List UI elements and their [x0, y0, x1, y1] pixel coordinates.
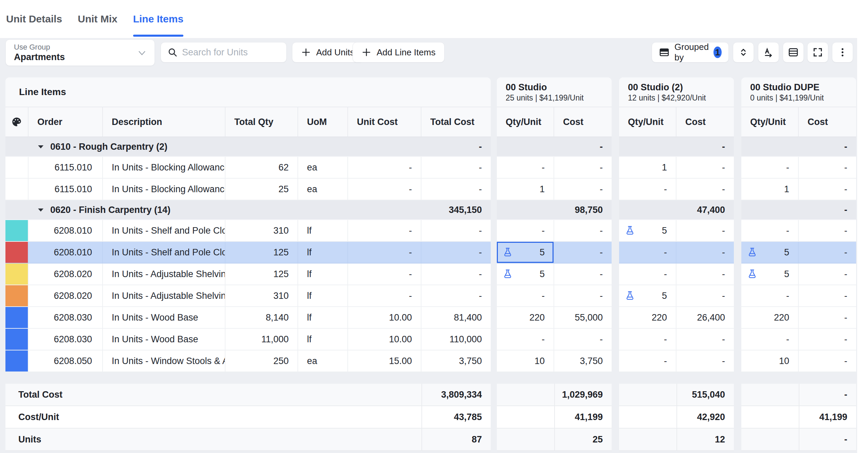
unit-group-header[interactable]: 00 Studio (2)12 units | $42,920/Unit	[619, 77, 734, 107]
cell-cost[interactable]: -	[554, 285, 612, 306]
color-swatch[interactable]	[5, 329, 29, 350]
color-swatch[interactable]	[5, 242, 29, 263]
cell-cost[interactable]: -	[554, 157, 612, 178]
cell-order[interactable]: 6208.030	[29, 307, 103, 328]
cell-qty-per-unit[interactable]: -	[619, 242, 676, 263]
cell-description[interactable]: In Units - Shelf and Pole Closet	[103, 220, 225, 241]
color-swatch[interactable]	[5, 307, 29, 328]
cell-uom[interactable]: lf	[298, 307, 348, 328]
table-row[interactable]: 6115.010In Units - Blocking Allowance62e…	[5, 157, 491, 179]
cell-cost[interactable]: -	[676, 329, 734, 350]
cell-qty-per-unit[interactable]: 10	[497, 350, 554, 372]
cell-total-qty[interactable]: 125	[225, 264, 298, 285]
cell-cost[interactable]: -	[554, 264, 612, 285]
cell-qty-per-unit[interactable]: -	[619, 329, 676, 350]
cell-cost[interactable]: -	[676, 220, 734, 241]
cell-order[interactable]: 6208.030	[29, 329, 103, 350]
table-row[interactable]: 1-	[497, 179, 612, 200]
cell-qty-per-unit[interactable]: -	[619, 264, 676, 285]
table-row[interactable]: 103,750	[497, 350, 612, 372]
cell-cost[interactable]: -	[676, 264, 734, 285]
cell-cost[interactable]: -	[676, 285, 734, 306]
cell-description[interactable]: In Units - Blocking Allowance	[103, 157, 225, 178]
table-row[interactable]: --	[497, 220, 612, 242]
cell-total-qty[interactable]: 11,000	[225, 329, 298, 350]
table-row[interactable]: 6208.030In Units - Wood Base11,000lf10.0…	[5, 329, 491, 350]
cell-uom[interactable]: lf	[298, 285, 348, 306]
table-row[interactable]: --	[619, 329, 734, 350]
cell-total-qty[interactable]: 62	[225, 157, 298, 178]
table-row[interactable]: --	[619, 242, 734, 264]
caret-down-icon[interactable]	[37, 144, 44, 149]
table-row[interactable]: 5-	[619, 220, 734, 242]
cell-qty-per-unit[interactable]: 1	[497, 179, 554, 200]
cell-uom[interactable]: lf	[298, 329, 348, 350]
cell-cost[interactable]: -	[554, 179, 612, 200]
cell-total-qty[interactable]: 250	[225, 350, 298, 372]
color-swatch[interactable]	[5, 157, 29, 178]
cell-qty-per-unit[interactable]: -	[497, 157, 554, 178]
cell-qty-per-unit[interactable]: -	[497, 285, 554, 306]
cell-qty-per-unit[interactable]: 10	[741, 350, 799, 372]
cell-qty-per-unit[interactable]: -	[741, 157, 799, 178]
cell-cost[interactable]: -	[676, 350, 734, 372]
cell-cost[interactable]: -	[799, 329, 856, 350]
unit-group-header[interactable]: 00 Studio25 units | $41,199/Unit	[497, 77, 612, 107]
cell-uom[interactable]: lf	[298, 242, 348, 263]
search-input[interactable]	[182, 47, 277, 58]
color-swatch[interactable]	[5, 285, 29, 306]
cell-total-cost[interactable]: 81,400	[421, 307, 491, 328]
cell-cost[interactable]: -	[676, 179, 734, 200]
cell-description[interactable]: In Units - Blocking Allowance	[103, 179, 225, 200]
cell-description[interactable]: In Units - Wood Base	[103, 307, 225, 328]
color-swatch[interactable]	[5, 179, 29, 200]
cell-description[interactable]: In Units - Shelf and Pole Closet	[103, 242, 225, 263]
cell-cost[interactable]: -	[676, 242, 734, 263]
cell-description[interactable]: In Units - Wood Base	[103, 329, 225, 350]
group-row[interactable]: -	[497, 137, 612, 157]
cell-total-cost[interactable]: -	[421, 285, 491, 306]
table-row[interactable]: 1-	[741, 179, 856, 200]
cell-total-qty[interactable]: 310	[225, 220, 298, 241]
cell-uom[interactable]: ea	[298, 157, 348, 178]
cell-qty-per-unit[interactable]: -	[619, 350, 676, 372]
cell-unit-cost[interactable]: 10.00	[348, 307, 421, 328]
cell-cost[interactable]: -	[554, 242, 612, 263]
cell-qty-per-unit[interactable]: -	[741, 220, 799, 241]
cell-unit-cost[interactable]: -	[348, 285, 421, 306]
table-row[interactable]: --	[619, 179, 734, 200]
cell-qty-per-unit[interactable]: -	[741, 329, 799, 350]
cell-qty-per-unit[interactable]: -	[497, 329, 554, 350]
table-row[interactable]: 22026,400	[619, 307, 734, 329]
cell-description[interactable]: In Units - Adjustable Shelving...	[103, 285, 225, 306]
cell-unit-cost[interactable]: -	[348, 157, 421, 178]
cell-total-cost[interactable]: -	[421, 179, 491, 200]
cell-total-qty[interactable]: 125	[225, 242, 298, 263]
cell-cost[interactable]: -	[799, 157, 856, 178]
cell-cost[interactable]: 3,750	[554, 350, 612, 372]
table-row[interactable]: 5-	[497, 242, 612, 264]
cell-uom[interactable]: lf	[298, 264, 348, 285]
caret-down-icon[interactable]	[37, 207, 44, 212]
tab-unit-details[interactable]: Unit Details	[6, 0, 62, 38]
cell-cost[interactable]: -	[676, 157, 734, 178]
cell-cost[interactable]: -	[799, 179, 856, 200]
table-row[interactable]: 1-	[619, 157, 734, 179]
color-swatch[interactable]	[5, 264, 29, 285]
cell-total-cost[interactable]: -	[421, 220, 491, 241]
cell-order[interactable]: 6208.010	[29, 242, 103, 263]
cell-cost[interactable]: -	[554, 329, 612, 350]
table-row[interactable]: --	[619, 350, 734, 372]
cell-qty-per-unit[interactable]: 1	[619, 157, 676, 178]
cell-qty-per-unit[interactable]: 220	[741, 307, 799, 328]
cell-cost[interactable]: 26,400	[676, 307, 734, 328]
group-row[interactable]: -	[619, 137, 734, 157]
table-row[interactable]: 6208.030In Units - Wood Base8,140lf10.00…	[5, 307, 491, 329]
group-row[interactable]: -	[741, 200, 856, 220]
cell-total-cost[interactable]: -	[421, 157, 491, 178]
color-swatch[interactable]	[5, 350, 29, 372]
more-options-button[interactable]	[832, 42, 853, 62]
table-row[interactable]: --	[741, 220, 856, 242]
cell-qty-per-unit[interactable]: 220	[497, 307, 554, 328]
cell-total-qty[interactable]: 25	[225, 179, 298, 200]
